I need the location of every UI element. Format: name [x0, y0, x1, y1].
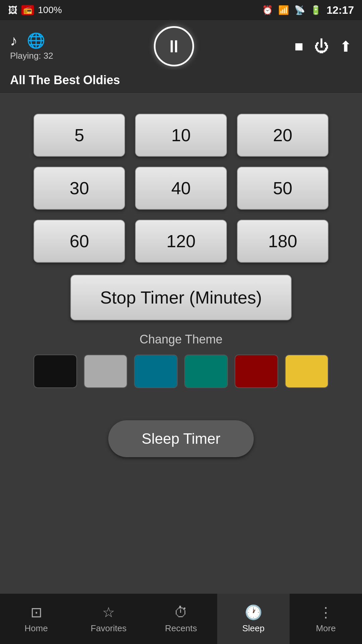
main-content: 5 10 20 30 40 50 60 120 180 Stop Timer (…	[0, 94, 362, 594]
favorites-icon: ☆	[102, 604, 115, 621]
nav-label-home: Home	[24, 623, 48, 634]
nav-item-recents[interactable]: ⏱ Recents	[145, 594, 217, 644]
status-bar-right: ⏰ 📶 📡 🔋 12:17	[262, 4, 354, 16]
sleep-timer-button[interactable]: Sleep Timer	[108, 420, 254, 457]
battery-percent: 100%	[38, 5, 62, 15]
top-left: ♪ 🌐 Playing: 32	[10, 32, 53, 61]
more-icon: ⋮	[319, 604, 333, 621]
status-bar-left: 🖼 📻 100%	[8, 5, 62, 16]
timer-btn-30[interactable]: 30	[34, 167, 125, 210]
globe-icon[interactable]: 🌐	[27, 32, 45, 49]
station-name: All The Best Oldies	[0, 70, 362, 94]
theme-swatch-gray[interactable]	[84, 355, 127, 388]
pause-button[interactable]: ⏸	[154, 26, 194, 66]
alarm-icon: ⏰	[262, 5, 273, 15]
nav-label-favorites: Favorites	[91, 623, 127, 634]
battery-icon: 🔋	[310, 5, 321, 15]
bottom-nav: ⊡ Home ☆ Favorites ⏱ Recents 🕐 Sleep ⋮ M…	[0, 594, 362, 644]
status-bar: 🖼 📻 100% ⏰ 📶 📡 🔋 12:17	[0, 0, 362, 20]
recents-icon: ⏱	[174, 604, 188, 621]
stop-timer-button[interactable]: Stop Timer (Minutes)	[70, 275, 292, 320]
top-left-icons: ♪ 🌐	[10, 32, 45, 49]
top-controls: ♪ 🌐 Playing: 32 ⏸ ■ ⏻ ⬆	[0, 20, 362, 70]
top-right: ■ ⏻ ⬆	[294, 38, 352, 55]
timer-btn-5[interactable]: 5	[34, 114, 125, 157]
top-center: ⏸	[154, 26, 194, 66]
timer-btn-120[interactable]: 120	[135, 220, 227, 263]
gallery-icon: 🖼	[8, 5, 17, 16]
music-note-icon[interactable]: ♪	[10, 32, 17, 49]
theme-colors	[34, 355, 328, 388]
playing-label: Playing: 32	[10, 51, 53, 61]
signal-icon: 📡	[294, 5, 305, 15]
nav-label-sleep: Sleep	[242, 623, 265, 634]
app-icon: 📻	[21, 5, 34, 15]
timer-grid: 5 10 20 30 40 50 60 120 180	[34, 114, 328, 263]
theme-swatch-teal-blue[interactable]	[134, 355, 178, 388]
share-button[interactable]: ⬆	[340, 38, 352, 55]
timer-btn-180[interactable]: 180	[237, 220, 328, 263]
nav-item-more[interactable]: ⋮ More	[290, 594, 362, 644]
theme-swatch-dark-red[interactable]	[235, 355, 278, 388]
pause-icon: ⏸	[165, 38, 183, 55]
timer-btn-60[interactable]: 60	[34, 220, 125, 263]
timer-btn-40[interactable]: 40	[135, 167, 227, 210]
timer-btn-50[interactable]: 50	[237, 167, 328, 210]
theme-swatch-teal-green[interactable]	[184, 355, 228, 388]
wifi-icon: 📶	[278, 5, 289, 15]
power-button[interactable]: ⏻	[314, 38, 329, 55]
theme-swatch-black[interactable]	[34, 355, 77, 388]
theme-section: Change Theme	[34, 332, 328, 388]
timer-btn-20[interactable]: 20	[237, 114, 328, 157]
nav-label-recents: Recents	[165, 623, 197, 634]
clock-display: 12:17	[326, 4, 354, 16]
sleep-icon: 🕐	[245, 604, 262, 621]
nav-label-more: More	[316, 623, 336, 634]
home-icon: ⊡	[31, 604, 42, 621]
timer-btn-10[interactable]: 10	[135, 114, 227, 157]
stop-button[interactable]: ■	[294, 38, 303, 55]
nav-item-home[interactable]: ⊡ Home	[0, 594, 72, 644]
nav-item-sleep[interactable]: 🕐 Sleep	[217, 594, 290, 644]
theme-swatch-yellow[interactable]	[285, 355, 328, 388]
theme-label: Change Theme	[139, 332, 223, 346]
sleep-timer-section: Sleep Timer	[108, 420, 254, 457]
nav-item-favorites[interactable]: ☆ Favorites	[72, 594, 145, 644]
